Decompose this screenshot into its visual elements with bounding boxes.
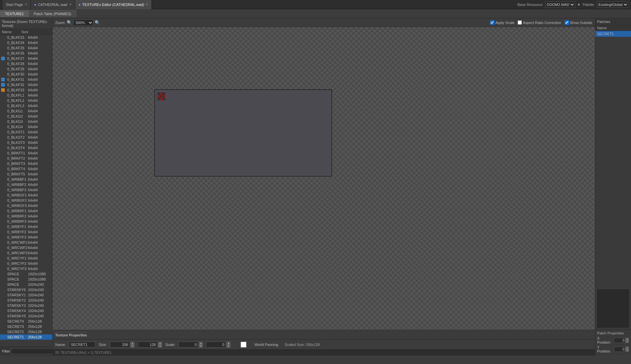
apply-scale-checkbox[interactable] [490, 20, 494, 25]
texture-row[interactable]: STARSKY31024x240 [0, 303, 52, 308]
width-up-btn[interactable]: ▲ [130, 342, 134, 345]
texture-row[interactable]: 0_WRCYF364x64 [0, 266, 52, 271]
texture-row[interactable]: 0_BLKF2864x64 [0, 61, 52, 66]
texture-row[interactable]: 0_BLKG264x64 [0, 114, 52, 119]
texture-row[interactable]: 0_BRKFT564x64 [0, 171, 52, 177]
y-pos-down-btn[interactable]: ▼ [625, 349, 629, 352]
tab-cathedral-wad[interactable]: ● CATHEDRAL.wad ✕ [31, 0, 75, 9]
texture-row[interactable]: 0_BLKG464x64 [0, 124, 52, 129]
tab-texturex-editor[interactable]: ● TEXTUREx Editor (CATHEDRAL.wad) ✕ [75, 0, 152, 9]
texture-row[interactable]: 0_WRCWF264x64 [0, 245, 52, 250]
tab-close-texture[interactable]: ✕ [146, 3, 148, 6]
texture-name-input[interactable] [69, 342, 95, 348]
texture-row[interactable]: 0_BLKF2364x64 [0, 35, 52, 40]
texture-row[interactable]: 0_WRBGF364x64 [0, 203, 52, 208]
texture-row[interactable]: 0_BLKST164x64 [0, 129, 52, 135]
texture-row[interactable]: 0_BLKFL364x64 [0, 103, 52, 108]
texture-row[interactable]: 0_BLKG164x64 [0, 108, 52, 114]
show-outside-label[interactable]: Show Outside [565, 20, 592, 25]
palette-select[interactable]: Existing/Global [597, 1, 628, 8]
scale-y-input[interactable] [206, 342, 226, 348]
scale-x-input[interactable] [178, 342, 198, 348]
texture-row[interactable]: 0_BLKF2564x64 [0, 45, 52, 51]
patches-list[interactable]: SECRET1 [595, 31, 631, 287]
texture-row[interactable]: 0_WRBBF364x64 [0, 187, 52, 193]
apply-scale-label[interactable]: Apply Scale [490, 20, 514, 25]
zoom-in-icon[interactable]: 🔍 [95, 20, 100, 25]
texture-row[interactable]: 0_BLKFL264x64 [0, 98, 52, 103]
texture-row[interactable]: STARSKY21024x240 [0, 298, 52, 303]
texture-row[interactable]: 0_WRBBF164x64 [0, 177, 52, 182]
texture-row[interactable]: 0_WRBYF364x64 [0, 235, 52, 240]
zoom-out-icon[interactable]: 🔍 [67, 20, 72, 25]
texture-row[interactable]: 0_WRCYF164x64 [0, 256, 52, 261]
texture-row[interactable]: 0_BLKF2964x64 [0, 66, 52, 72]
texture-row[interactable]: SECRET1256x128 [0, 334, 52, 340]
patch-item-secret1[interactable]: SECRET1 [595, 31, 631, 37]
texture-row[interactable]: 0_BLKST364x64 [0, 140, 52, 145]
texture-row[interactable]: 0_WRBRF164x64 [0, 208, 52, 214]
texture-row[interactable]: 0_BLKF3164x64 [0, 77, 52, 82]
y-pos-input[interactable] [614, 347, 625, 352]
aspect-ratio-label[interactable]: Aspect Ratio Correction [518, 20, 561, 25]
tab-pnames[interactable]: Patch Table (PNAMES) [29, 10, 76, 17]
height-up-btn[interactable]: ▲ [158, 342, 162, 345]
texture-row[interactable]: SPACE1920x1080 [0, 277, 52, 282]
texture-row[interactable]: SECRET2256x128 [0, 329, 52, 334]
texture-row[interactable]: STARSKY11024x240 [0, 292, 52, 298]
height-down-btn[interactable]: ▼ [158, 345, 162, 348]
x-pos-up-btn[interactable]: ▲ [625, 338, 629, 340]
world-panning-checkbox[interactable] [234, 342, 253, 348]
tab-texture1[interactable]: TEXTURE1 [0, 10, 29, 17]
texture-row[interactable]: 0_BRKFT364x64 [0, 161, 52, 166]
texture-row[interactable]: 0_BLKF2464x64 [0, 40, 52, 45]
texture-row[interactable]: 0_WRBGF164x64 [0, 193, 52, 198]
texture-row[interactable]: 0_BLKF2764x64 [0, 56, 52, 61]
scale-y-up-btn[interactable]: ▲ [226, 342, 230, 345]
zoom-select[interactable]: 25% 50% 100% 200% 500% 1000% [73, 19, 93, 26]
texture-row[interactable]: 0_BLKG364x64 [0, 119, 52, 124]
texture-row[interactable]: 0_BLKF2664x64 [0, 51, 52, 56]
width-down-btn[interactable]: ▼ [130, 345, 134, 348]
tab-close-start[interactable]: ✕ [25, 3, 27, 6]
texture-row[interactable]: 0_BLKF3264x64 [0, 82, 52, 87]
texture-row[interactable]: STARSKY41024x240 [0, 308, 52, 313]
texture-row[interactable]: 0_BLKF3064x64 [0, 72, 52, 77]
height-input[interactable] [138, 342, 157, 348]
base-resource-select[interactable]: DOOM2.WAD [545, 1, 575, 8]
texture-row[interactable]: 0_WRCWF364x64 [0, 250, 52, 256]
texture-row[interactable]: 0_WRBGF264x64 [0, 198, 52, 203]
texture-row[interactable]: 0_WRBYF164x64 [0, 224, 52, 229]
texture-row[interactable]: 0_WRBRF364x64 [0, 219, 52, 224]
tab-close-wad[interactable]: ✕ [69, 3, 72, 6]
texture-row[interactable]: 0_WRCWF164x64 [0, 240, 52, 245]
texture-row[interactable]: 0_BLKST264x64 [0, 135, 52, 140]
texture-row[interactable]: 0_WRBYF264x64 [0, 229, 52, 235]
x-pos-input[interactable] [614, 338, 625, 343]
texture-row[interactable]: 0_WRBRF264x64 [0, 214, 52, 219]
texture-row[interactable]: SECRET3256x128 [0, 324, 52, 329]
texture-list[interactable]: 0_BLKF2364x640_BLKF2464x640_BLKF2564x640… [0, 35, 52, 347]
texture-row[interactable]: SPACE1024x240 [0, 282, 52, 287]
texture-row[interactable]: 0_WRCYF264x64 [0, 261, 52, 266]
x-pos-down-btn[interactable]: ▼ [625, 340, 629, 343]
width-input[interactable] [110, 342, 130, 348]
y-pos-up-btn[interactable]: ▲ [625, 347, 629, 349]
texture-row[interactable]: SECRET4256x128 [0, 319, 52, 324]
texture-row[interactable]: 0_BLKST464x64 [0, 145, 52, 150]
tab-start-page[interactable]: Start Page ✕ [3, 0, 31, 9]
show-outside-checkbox[interactable] [565, 20, 569, 25]
world-panning-label[interactable]: World Panning [234, 342, 278, 348]
scale-x-up-btn[interactable]: ▲ [199, 342, 203, 345]
texture-row[interactable]: 0_BRKFT464x64 [0, 166, 52, 171]
texture-row[interactable]: 0_BRKFT264x64 [0, 156, 52, 161]
scale-x-down-btn[interactable]: ▼ [199, 345, 203, 348]
texture-row[interactable]: 0_BLKFL164x64 [0, 93, 52, 98]
texture-row[interactable]: STARSKY51024x240 [0, 313, 52, 319]
aspect-ratio-checkbox[interactable] [518, 20, 522, 25]
texture-row[interactable]: 0_WRBBF264x64 [0, 182, 52, 187]
texture-row[interactable]: SPACE1920x1080 [0, 271, 52, 277]
scale-y-down-btn[interactable]: ▼ [226, 345, 230, 348]
texture-row[interactable]: STARSKY61024x240 [0, 287, 52, 292]
texture-row[interactable]: 0_BLKF3364x64 [0, 87, 52, 93]
